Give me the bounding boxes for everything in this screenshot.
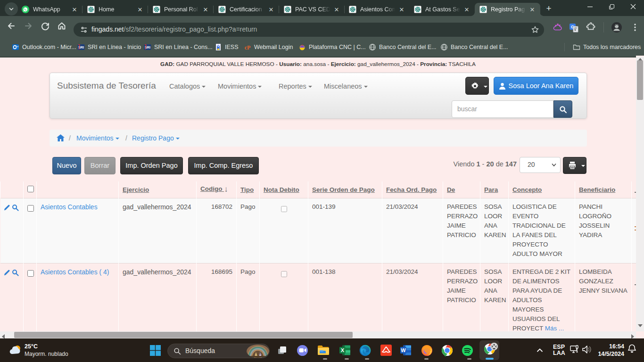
- svg-text:W: W: [401, 347, 406, 353]
- svg-text:X: X: [341, 347, 345, 353]
- svg-text:cP: cP: [245, 44, 251, 51]
